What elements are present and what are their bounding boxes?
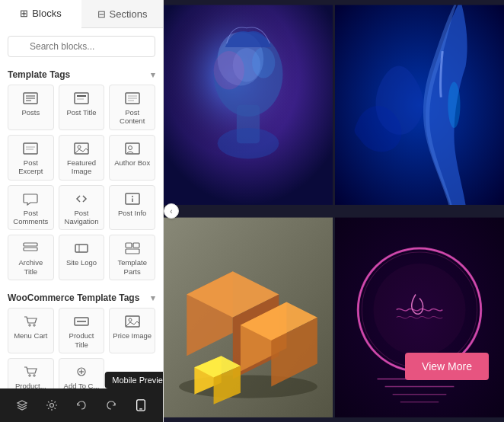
undo-button[interactable] — [69, 393, 94, 417]
svg-point-50 — [214, 51, 244, 89]
svg-point-40 — [50, 404, 54, 408]
template-parts-icon — [124, 241, 141, 255]
svg-point-29 — [33, 324, 35, 326]
refresh-button[interactable] — [99, 393, 123, 417]
svg-rect-22 — [24, 248, 37, 251]
post-content-icon — [124, 91, 141, 105]
block-author-box[interactable]: Author Box — [109, 135, 155, 181]
block-post-content-label: Post Content — [113, 108, 152, 126]
block-template-parts-label: Template Parts — [113, 258, 152, 276]
block-product-title[interactable]: Product Title — [59, 308, 105, 353]
tab-blocks-label: Blocks — [32, 8, 61, 19]
svg-rect-25 — [126, 243, 132, 248]
template-tags-chevron: ▾ — [151, 70, 155, 80]
block-posts[interactable]: Posts — [8, 85, 54, 130]
collapse-panel-button[interactable]: ‹ — [164, 203, 179, 219]
block-product-cart-label: Product... — [15, 382, 46, 388]
svg-point-15 — [78, 145, 81, 149]
image-cell-boxes — [164, 213, 333, 423]
block-add-to-cart-label: Add To C... — [64, 382, 100, 388]
block-archive-title-label: Archive Title — [11, 258, 50, 276]
svg-point-28 — [29, 324, 30, 326]
panel-content: Template Tags ▾ Posts — [0, 62, 163, 388]
add-to-cart-icon — [73, 365, 90, 379]
block-post-excerpt-label: Post Excerpt — [11, 158, 50, 176]
layers-button[interactable] — [10, 393, 34, 417]
block-archive-title[interactable]: Archive Title — [8, 235, 54, 280]
block-posts-label: Posts — [21, 108, 40, 117]
block-post-info-label: Post Info — [118, 209, 147, 217]
mobile-preview-button[interactable]: Mobile Preview — [129, 393, 153, 417]
archive-title-icon — [22, 241, 39, 255]
image-cell-hand — [335, 0, 504, 210]
left-panel: ⊞ Blocks ⊟ Sections 🔍 Template Tags ▾ — [0, 0, 164, 422]
search-area: 🔍 — [0, 28, 163, 62]
post-info-icon — [124, 192, 141, 206]
block-post-excerpt[interactable]: Post Excerpt — [8, 135, 54, 181]
svg-point-49 — [218, 128, 279, 158]
block-product-title-label: Product Title — [62, 331, 101, 349]
bottom-toolbar: Mobile Preview — [0, 388, 163, 422]
svg-rect-4 — [75, 93, 88, 104]
tab-sections-label: Sections — [110, 8, 148, 20]
svg-rect-23 — [75, 245, 88, 252]
block-post-navigation-label: Post Navigation — [62, 209, 101, 226]
tab-blocks[interactable]: ⊞ Blocks — [0, 0, 81, 28]
block-site-logo[interactable]: Site Logo — [59, 235, 105, 280]
tab-sections[interactable]: ⊟ Sections — [81, 0, 163, 27]
svg-rect-11 — [24, 143, 37, 154]
block-featured-image-label: Featured Image — [62, 158, 101, 176]
author-box-icon — [124, 142, 141, 155]
template-tags-grid: Posts Post Title — [8, 85, 155, 280]
main-content-area: View More — [164, 0, 504, 422]
svg-point-33 — [129, 318, 132, 321]
svg-rect-27 — [126, 249, 139, 254]
image-cell-circle — [335, 213, 504, 423]
template-tags-header[interactable]: Template Tags ▾ — [8, 62, 155, 85]
posts-icon — [22, 91, 39, 105]
post-navigation-icon — [73, 192, 90, 206]
post-title-icon — [73, 91, 90, 105]
block-price-image[interactable]: Price Image — [109, 308, 155, 353]
view-more-button[interactable]: View More — [405, 353, 489, 380]
product-cart-icon — [22, 365, 39, 379]
menu-cart-icon — [22, 315, 39, 328]
block-post-title-label: Post Title — [66, 108, 96, 117]
tabs-bar: ⊞ Blocks ⊟ Sections — [0, 0, 163, 28]
woo-tags-grid: Menu Cart Product Title — [8, 308, 155, 388]
search-input[interactable] — [8, 36, 155, 57]
template-tags-title: Template Tags — [8, 69, 70, 80]
block-post-info[interactable]: Post Info — [109, 185, 155, 231]
block-post-comments[interactable]: Post Comments — [8, 185, 54, 231]
block-add-to-cart[interactable]: Add To C... — [59, 358, 105, 388]
woo-tags-header[interactable]: WooCommerce Template Tags ▾ — [8, 285, 155, 308]
price-image-icon — [124, 315, 141, 328]
svg-point-51 — [252, 47, 275, 78]
site-logo-icon — [73, 241, 90, 255]
svg-point-17 — [128, 145, 132, 149]
view-more-wrap: View More — [405, 353, 489, 380]
image-cell-statue — [164, 0, 333, 210]
woo-tags-title: WooCommerce Template Tags — [8, 293, 139, 303]
block-author-box-label: Author Box — [114, 158, 150, 167]
block-product-cart[interactable]: Product... — [8, 358, 54, 388]
block-price-image-label: Price Image — [113, 331, 152, 340]
block-post-title[interactable]: Post Title — [59, 85, 105, 130]
featured-image-icon — [73, 142, 90, 155]
svg-point-73 — [373, 264, 465, 356]
post-excerpt-icon — [22, 142, 39, 155]
block-template-parts[interactable]: Template Parts — [109, 235, 155, 280]
svg-rect-26 — [133, 243, 139, 248]
settings-button[interactable] — [40, 393, 64, 417]
block-post-content[interactable]: Post Content — [109, 85, 155, 130]
blocks-tab-icon: ⊞ — [20, 8, 28, 19]
block-menu-cart-label: Menu Cart — [14, 331, 47, 340]
block-menu-cart[interactable]: Menu Cart — [8, 308, 54, 353]
block-site-logo-label: Site Logo — [66, 258, 97, 267]
sections-tab-icon: ⊟ — [97, 8, 106, 20]
woo-tags-chevron: ▾ — [151, 293, 155, 303]
block-featured-image[interactable]: Featured Image — [59, 135, 105, 181]
block-post-navigation[interactable]: Post Navigation — [59, 185, 105, 231]
svg-point-34 — [29, 375, 30, 376]
block-post-comments-label: Post Comments — [11, 209, 50, 226]
